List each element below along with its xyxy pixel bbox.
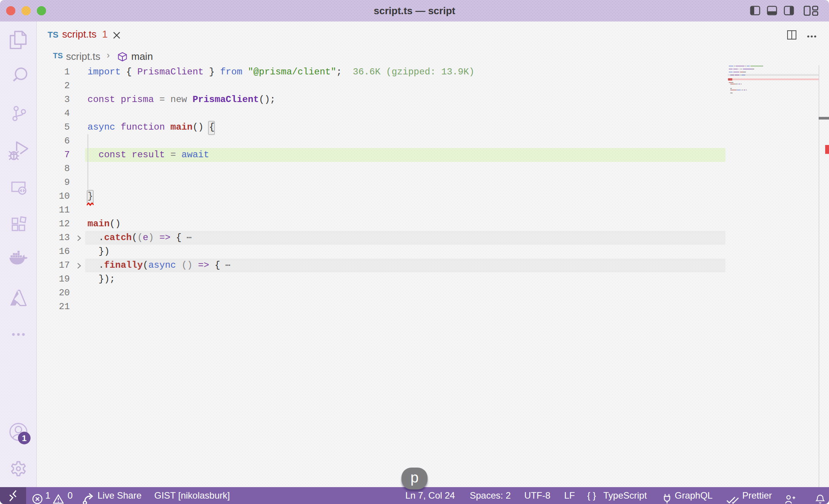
svg-text:1: 1 bbox=[22, 433, 26, 443]
